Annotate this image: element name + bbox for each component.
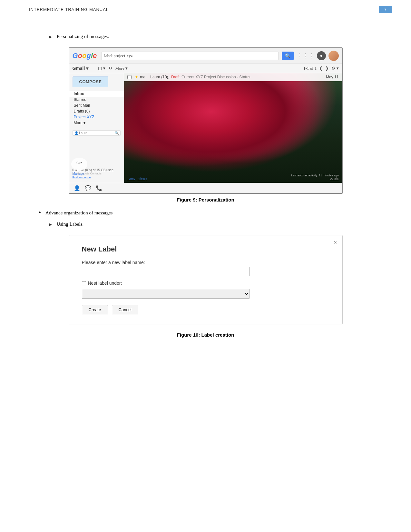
figure-9-container: Google label:project-xyz 🔍 ⋮⋮⋮ ● Gmail ▾… [69,47,343,202]
user-avatar[interactable] [328,51,339,61]
close-button[interactable]: × [334,239,337,246]
gmail-toolbar: Gmail ▾ ▢ ▾ ↻ More ▾ 1-1 of 1 ❮ ❯ ⚙ ▾ [69,64,342,73]
sidebar-item-inbox[interactable]: Inbox [69,91,124,97]
sidebar-item-starred[interactable]: Starred [69,97,124,103]
email-participants: Laura (10), [150,75,169,79]
arrow-icon-1: ► [48,34,53,40]
star-icon[interactable]: ★ [135,75,138,79]
email-subject: Current XYZ Project Discussion - Status [181,75,324,79]
label-prompt: Please enter a new label name: [82,260,329,265]
bullet-icon-1: • [39,209,41,216]
dialog-buttons: Create Cancel [82,305,329,314]
dialog-title: New Label [82,245,329,253]
hangouts-section: “” [71,158,87,171]
arrow-text-2: Using Labels. [57,222,83,227]
email-separator: · [147,75,148,79]
details-link[interactable]: Details [291,177,339,180]
sidebar-item-drafts[interactable]: Drafts (8) [69,108,124,114]
main-content: ► Personalizing of messages. Google labe… [0,19,411,355]
gmail-logo: Google [73,52,97,60]
search-text: label:project-xyz [104,53,132,58]
settings-icon[interactable]: ⚙ ▾ [331,66,338,71]
gmail-toolbar-right: 1-1 of 1 ❮ ❯ ⚙ ▾ [303,66,338,71]
create-button[interactable]: Create [82,305,108,314]
sidebar-item-project-xyz[interactable]: Project XYZ [69,114,124,120]
terms-links: Terms · Privacy [127,177,147,180]
header-title: INTERMEDIATE TRAINING MANUAL [29,7,109,12]
search-icon: 🔍 [285,53,290,58]
email-row[interactable]: ★ me · Laura (10), Draft Current XYZ Pro… [124,73,342,81]
hangouts-text: No Hangouts Contacts [73,172,102,175]
user-circle-icon[interactable]: ● [317,51,326,60]
terms-link[interactable]: Terms [127,177,135,180]
apps-grid-icon[interactable]: ⋮⋮⋮ [297,52,314,59]
gmail-bottom-bar: 👤 💬 📞 [69,183,342,193]
checkbox-icon[interactable]: ▢ ▾ [98,66,105,71]
privacy-link[interactable]: Privacy [138,177,147,180]
gmail-search-button[interactable]: 🔍 [282,52,294,60]
gmail-label: Gmail ▾ [73,66,89,71]
arrow-item-2: ► Using Labels. [48,222,382,227]
compose-button[interactable]: COMPOSE [73,76,109,87]
gmail-icons-right: ⋮⋮⋮ ● [297,51,339,61]
gmail-main: COMPOSE Inbox Starred Sent Mail Drafts (… [69,73,342,183]
gmail-sidebar: COMPOSE Inbox Starred Sent Mail Drafts (… [69,73,124,183]
arrow-icon-2: ► [48,222,53,227]
prev-icon[interactable]: ❮ [319,66,323,71]
more-label[interactable]: More ▾ [115,66,128,71]
gmail-topbar: Google label:project-xyz 🔍 ⋮⋮⋮ ● [69,48,342,64]
pagination-text: 1-1 of 1 [303,66,317,71]
figure-9-caption: Figure 9: Personalization [69,197,343,202]
gmail-screenshot: Google label:project-xyz 🔍 ⋮⋮⋮ ● Gmail ▾… [69,47,343,194]
bullet-item-1: • Advance organization of messages [39,210,382,216]
bullet-text-1: Advance organization of messages [45,210,113,216]
page-number: 7 [379,6,392,13]
email-from: me [140,75,146,79]
figure-10-caption: Figure 10: Label creation [69,332,343,338]
nest-label-text: Nest label under: [88,281,122,286]
email-date: May 11 [326,75,338,79]
gmail-search-bar[interactable]: label:project-xyz [101,52,278,60]
nest-label-select[interactable] [82,289,250,299]
hangouts-icon[interactable]: 💬 [85,185,91,191]
nest-label-row: Nest label under: [82,281,329,286]
nest-label-checkbox[interactable] [82,281,86,285]
last-activity: Last account activity: 21 minutes ago [291,174,339,177]
draft-label: Draft [171,75,180,79]
rose-background [124,73,342,183]
sidebar-item-sent[interactable]: Sent Mail [69,103,124,108]
contact-search[interactable]: 👤 Laura 🔍 [73,130,121,136]
refresh-icon[interactable]: ↻ [109,66,112,71]
arrow-item-1: ► Personalizing of messages. [48,34,382,40]
arrow-text-1: Personalizing of messages. [57,34,109,39]
hangouts-link[interactable]: Find someone [73,176,91,179]
phone-icon[interactable]: 📞 [96,185,102,191]
email-checkbox[interactable] [127,75,132,79]
label-name-input[interactable] [82,267,250,276]
next-icon[interactable]: ❯ [325,66,329,71]
activity-info: Last account activity: 21 minutes ago De… [291,174,339,180]
people-icon[interactable]: 👤 [74,185,80,191]
sidebar-item-more[interactable]: More ▾ [69,120,124,126]
page-header: INTERMEDIATE TRAINING MANUAL 7 [0,0,411,19]
figure-10-container: × New Label Please enter a new label nam… [69,235,343,338]
cancel-button[interactable]: Cancel [112,305,138,314]
hangouts-bubble: “” [71,158,87,171]
gmail-content-area: ★ me · Laura (10), Draft Current XYZ Pro… [124,73,342,183]
new-label-dialog: × New Label Please enter a new label nam… [69,235,343,324]
